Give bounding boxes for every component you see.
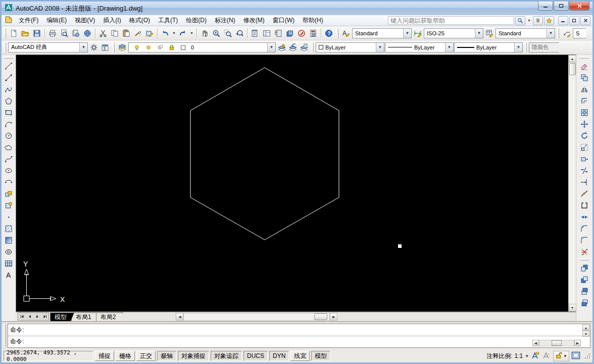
toolbar-grip[interactable] [580, 57, 589, 59]
plot-icon[interactable] [47, 28, 58, 39]
rectangle-icon[interactable] [3, 107, 15, 118]
my-workspace-icon[interactable] [100, 42, 111, 53]
layer-on-icon[interactable] [131, 42, 142, 53]
send-under-icon[interactable] [578, 297, 590, 308]
annotation-visibility-icon[interactable] [531, 351, 540, 361]
toolbar-grip[interactable] [113, 42, 115, 53]
combo-dropdown-icon[interactable]: ▼ [475, 29, 483, 38]
scrollbar-thumb[interactable] [552, 340, 562, 346]
scrollbar-thumb[interactable] [569, 63, 576, 75]
annotation-autoscale-icon[interactable] [542, 351, 551, 361]
move-icon[interactable] [578, 118, 590, 130]
scroll-right-icon[interactable]: ▶ [574, 340, 581, 346]
menu-item[interactable]: 编辑(E) [42, 15, 71, 26]
help-icon[interactable]: ? [323, 28, 334, 39]
osnap-toggle[interactable]: 对象捕捉 [178, 351, 209, 361]
restore-button[interactable] [554, 2, 569, 11]
designcenter-icon[interactable] [261, 28, 272, 39]
arc-icon[interactable] [3, 118, 15, 130]
toolbar-grip[interactable] [4, 42, 6, 53]
zoom-previous-icon[interactable] [234, 28, 245, 39]
ellipse-icon[interactable] [3, 165, 15, 176]
combo-dropdown-icon[interactable]: ▼ [267, 43, 275, 52]
copy-clip-icon[interactable] [109, 28, 120, 39]
make-block-icon[interactable] [3, 199, 15, 211]
annotation-scale-dropdown-icon[interactable]: ▼ [525, 354, 529, 358]
color-combo[interactable]: ByLayer ▼ [316, 42, 384, 53]
line-icon[interactable] [3, 60, 15, 72]
array-icon[interactable] [578, 107, 590, 118]
menu-item[interactable]: 绘图(D) [182, 15, 211, 26]
zoom-realtime-icon[interactable] [211, 28, 222, 39]
minimize-button[interactable] [538, 2, 553, 11]
polygon-icon[interactable] [3, 95, 15, 107]
toolbar-grip[interactable] [4, 57, 13, 59]
offset-icon[interactable] [578, 95, 590, 107]
point-icon[interactable] [3, 211, 15, 223]
model-space-canvas[interactable]: Y X ▲ ▼ [16, 55, 576, 312]
workspace-settings-icon[interactable] [88, 42, 100, 53]
publish-icon[interactable] [70, 28, 81, 39]
trim-icon[interactable] [578, 165, 590, 176]
rotate-icon[interactable] [578, 130, 590, 141]
favorites-star-icon[interactable] [544, 16, 554, 25]
break-at-point-icon[interactable] [578, 188, 590, 199]
menu-item[interactable]: 格式(O) [125, 15, 154, 26]
lock-icon[interactable] [555, 352, 562, 360]
menu-item[interactable]: 视图(V) [71, 15, 99, 26]
command-input-line[interactable]: 命令: [8, 336, 590, 348]
toolbar-grip[interactable] [557, 28, 559, 38]
plot-preview-icon[interactable] [59, 28, 70, 39]
ellipse-arc-icon[interactable] [3, 176, 15, 188]
layer-vpfreeze-icon[interactable] [155, 42, 166, 53]
mdi-close-icon[interactable] [580, 16, 590, 25]
dim-style-icon[interactable] [412, 28, 423, 39]
command-scrollbar[interactable]: ▲ ▼ [582, 325, 589, 337]
lineweight-combo[interactable]: ByLayer ▼ [454, 42, 523, 53]
table-style-icon[interactable] [484, 28, 495, 39]
table-icon[interactable] [3, 257, 15, 269]
circle-icon[interactable] [3, 130, 15, 141]
break-icon[interactable] [578, 199, 590, 211]
combo-dropdown-icon[interactable]: ▼ [79, 43, 87, 52]
scroll-down-icon[interactable]: ▼ [582, 331, 589, 337]
paste-icon[interactable] [121, 28, 132, 39]
model-paper-toggle[interactable]: 模型 [311, 351, 330, 361]
dyn-toggle[interactable]: DYN [269, 351, 289, 361]
properties-palette-icon[interactable] [250, 28, 261, 39]
scroll-right-icon[interactable]: ▶ [330, 313, 337, 321]
canvas-vertical-scrollbar[interactable]: ▲ ▼ [568, 55, 576, 311]
toolbar-grip[interactable] [312, 42, 314, 53]
tab-first-icon[interactable] [18, 313, 26, 320]
mleader-style-combo[interactable]: S [573, 28, 586, 38]
quickcalc-icon[interactable] [308, 28, 319, 39]
revision-cloud-icon[interactable] [3, 141, 15, 153]
redo-icon[interactable] [177, 28, 188, 39]
ortho-toggle[interactable]: 正交 [136, 351, 156, 361]
send-to-back-icon[interactable] [578, 274, 590, 285]
match-properties-icon[interactable] [132, 28, 143, 39]
otrack-toggle[interactable]: 对象追踪 [211, 351, 242, 361]
chamfer-icon[interactable] [578, 223, 590, 234]
combo-dropdown-icon[interactable]: ▼ [547, 29, 555, 38]
dim-style-combo[interactable]: ISO-25 ▼ [424, 28, 483, 38]
toolbar-lock-control[interactable]: ▼ [553, 351, 569, 361]
canvas-horizontal-scrollbar[interactable]: ◀ ▶ [176, 313, 337, 321]
scrollbar-thumb[interactable] [314, 314, 327, 320]
hexagon-polyline[interactable] [190, 68, 339, 240]
menu-item[interactable]: 文件(F) [15, 15, 42, 26]
workspace-combo[interactable]: AutoCAD 经典 ▼ [8, 42, 88, 53]
mirror-icon[interactable] [578, 83, 590, 95]
toolbar-grip[interactable] [525, 42, 527, 53]
tab-next-icon[interactable] [33, 313, 41, 320]
fillet-icon[interactable] [578, 234, 590, 246]
command-window-grip[interactable] [4, 325, 6, 347]
spline-icon[interactable] [3, 153, 15, 165]
close-button[interactable] [569, 2, 589, 11]
bring-to-front-icon[interactable] [578, 262, 590, 274]
text-style-combo[interactable]: Standard ▼ [352, 28, 412, 38]
pan-icon[interactable] [199, 28, 210, 39]
lwt-toggle[interactable]: 线宽 [290, 351, 310, 361]
menu-item[interactable]: 帮助(H) [299, 15, 327, 26]
communication-center-icon[interactable] [533, 16, 543, 25]
